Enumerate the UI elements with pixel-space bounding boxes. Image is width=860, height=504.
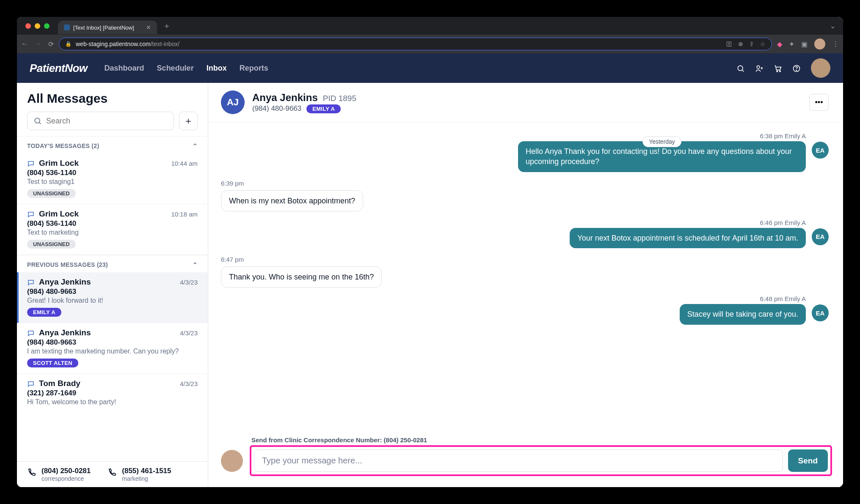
add-user-icon[interactable] xyxy=(755,63,764,73)
message-item[interactable]: Grim Lock 10:18 am (804) 536-1140 Text t… xyxy=(17,204,208,255)
message-name: Tom Brady xyxy=(39,379,80,388)
contact-name: Anya Jenkins xyxy=(252,92,318,104)
search-icon xyxy=(33,117,42,125)
footer-number: (804) 250-0281 xyxy=(41,467,91,475)
phone-icon xyxy=(27,467,36,478)
chat-scroll[interactable]: 6:38 pm Emily A Yesterday Hello Anya Tha… xyxy=(208,122,843,432)
clinic-number-correspondence[interactable]: (804) 250-0281 correspondence xyxy=(27,467,91,482)
app-root: PatientNow Dashboard Scheduler Inbox Rep… xyxy=(17,53,843,487)
main-nav: Dashboard Scheduler Inbox Reports xyxy=(105,64,268,73)
compose-user-avatar xyxy=(221,450,243,472)
forward-button[interactable]: → xyxy=(35,40,41,48)
section-today-label: TODAY'S MESSAGES (2) xyxy=(27,142,99,149)
message-preview: Text to marketing xyxy=(27,229,198,236)
message-preview: Great! I look forward to it! xyxy=(27,297,198,304)
nav-reports[interactable]: Reports xyxy=(240,64,268,73)
message-preview: Test to staging1 xyxy=(27,178,198,186)
help-icon[interactable] xyxy=(792,63,801,73)
back-button[interactable]: ← xyxy=(21,40,28,48)
message-meta: 6:46 pm Emily A xyxy=(760,219,806,226)
side-panel-icon[interactable]: ▣ xyxy=(801,40,808,48)
message-meta: 6:38 pm Emily A xyxy=(760,132,806,140)
message-item[interactable]: Grim Lock 10:44 am (804) 536-1140 Test t… xyxy=(17,153,208,204)
message-time: 4/3/23 xyxy=(180,279,198,286)
svg-point-5 xyxy=(796,70,797,71)
message-item[interactable]: Anya Jenkins 4/3/23 (984) 480-9663 Great… xyxy=(17,272,208,323)
section-today[interactable]: TODAY'S MESSAGES (2) ⌃ xyxy=(17,136,208,153)
share-icon[interactable]: ⇪ xyxy=(749,41,754,47)
message-phone: (984) 480-9663 xyxy=(27,338,198,347)
nav-dashboard[interactable]: Dashboard xyxy=(105,64,144,73)
search-input[interactable] xyxy=(46,117,168,126)
chat-footer: Send from Clinic Correspondence Number: … xyxy=(208,432,843,487)
new-tab-button[interactable]: ＋ xyxy=(163,21,171,31)
window-minimize-icon[interactable] xyxy=(35,23,40,29)
search-icon[interactable] xyxy=(736,63,745,73)
chat-pane: AJ Anya Jenkins PID 1895 (984) 480-9663 … xyxy=(208,83,843,487)
chevron-up-icon[interactable]: ⌃ xyxy=(193,142,198,149)
search-input-wrap[interactable] xyxy=(27,112,174,130)
profile-avatar[interactable] xyxy=(814,38,825,49)
address-bar[interactable]: 🔒 web-staging.patientnow.com/text-inbox/… xyxy=(59,38,772,50)
clinic-number-marketing[interactable]: (855) 461-1515 marketing xyxy=(108,467,171,482)
compose-input[interactable] xyxy=(254,449,783,472)
section-previous[interactable]: PREVIOUS MESSAGES (23) ⌃ xyxy=(17,255,208,272)
browser-window: [Text Inbox] [PatientNow] ✕ ＋ ⌄ ← → ⟳ 🔒 … xyxy=(17,17,843,487)
cart-icon[interactable] xyxy=(774,63,782,73)
key-icon[interactable]: ⚿ xyxy=(726,41,732,47)
message-item[interactable]: Tom Brady 4/3/23 (321) 287-1649 Hi Tom, … xyxy=(17,374,208,412)
message-phone: (804) 536-1140 xyxy=(27,219,198,228)
nav-scheduler[interactable]: Scheduler xyxy=(157,64,194,73)
new-message-button[interactable]: ＋ xyxy=(179,112,198,130)
message-time: 4/3/23 xyxy=(180,380,198,387)
contact-pid: PID 1895 xyxy=(323,94,356,103)
window-traffic-lights[interactable] xyxy=(25,23,50,29)
contact-phone: (984) 480-9663 xyxy=(252,104,301,113)
message-phone: (804) 536-1140 xyxy=(27,169,198,177)
message-name: Anya Jenkins xyxy=(39,328,91,337)
bookmark-icon[interactable]: ☆ xyxy=(760,41,766,47)
message-phone: (321) 287-1649 xyxy=(27,389,198,397)
send-button[interactable]: Send xyxy=(788,449,828,472)
tab-title: [Text Inbox] [PatientNow] xyxy=(73,25,134,31)
svg-point-2 xyxy=(777,71,778,72)
chat-header: AJ Anya Jenkins PID 1895 (984) 480-9663 … xyxy=(208,83,843,122)
svg-point-6 xyxy=(35,118,40,123)
contact-avatar: AJ xyxy=(221,90,245,114)
lock-icon: 🔒 xyxy=(65,41,72,47)
chevron-up-icon[interactable]: ⌃ xyxy=(193,261,198,268)
message-name: Anya Jenkins xyxy=(39,277,91,287)
sender-avatar: EA xyxy=(812,142,829,159)
browser-toolbar: ← → ⟳ 🔒 web-staging.patientnow.com/text-… xyxy=(17,35,843,53)
date-separator: Yesterday xyxy=(642,136,681,147)
nav-inbox[interactable]: Inbox xyxy=(207,64,227,73)
chat-menu-button[interactable]: ••• xyxy=(809,94,829,111)
sender-avatar: EA xyxy=(812,304,829,321)
message-item[interactable]: Anya Jenkins 4/3/23 (984) 480-9663 I am … xyxy=(17,323,208,374)
extensions-button[interactable]: ✦ xyxy=(789,40,794,48)
browser-tab[interactable]: [Text Inbox] [PatientNow] ✕ xyxy=(58,21,157,34)
user-avatar[interactable] xyxy=(811,58,830,78)
brand-logo[interactable]: PatientNow xyxy=(30,62,88,75)
extension-icon[interactable]: ◆ xyxy=(777,40,782,48)
message-phone: (984) 480-9663 xyxy=(27,288,198,296)
svg-point-1 xyxy=(757,66,760,69)
tab-close-icon[interactable]: ✕ xyxy=(146,24,151,31)
reload-button[interactable]: ⟳ xyxy=(48,40,54,48)
tabs-dropdown-icon[interactable]: ⌄ xyxy=(830,22,835,30)
assignee-tag: SCOTT ALTEN xyxy=(27,359,78,367)
assignee-tag: UNASSIGNED xyxy=(27,240,76,249)
zoom-icon[interactable]: ⊕ xyxy=(738,41,743,47)
phone-icon xyxy=(108,467,117,478)
svg-point-0 xyxy=(738,66,743,71)
footer-number: (855) 461-1515 xyxy=(122,467,171,475)
window-close-icon[interactable] xyxy=(25,23,31,29)
browser-menu-icon[interactable]: ⋮ xyxy=(832,40,839,48)
window-zoom-icon[interactable] xyxy=(44,23,50,29)
send-from-label: Send from Clinic Correspondence Number: … xyxy=(251,436,832,444)
assignee-tag: EMILY A xyxy=(27,308,61,317)
sender-avatar: EA xyxy=(812,228,829,245)
compose-highlight: Send xyxy=(250,445,832,476)
url-path: /text-inbox/ xyxy=(151,41,179,47)
section-previous-label: PREVIOUS MESSAGES (23) xyxy=(27,261,108,268)
